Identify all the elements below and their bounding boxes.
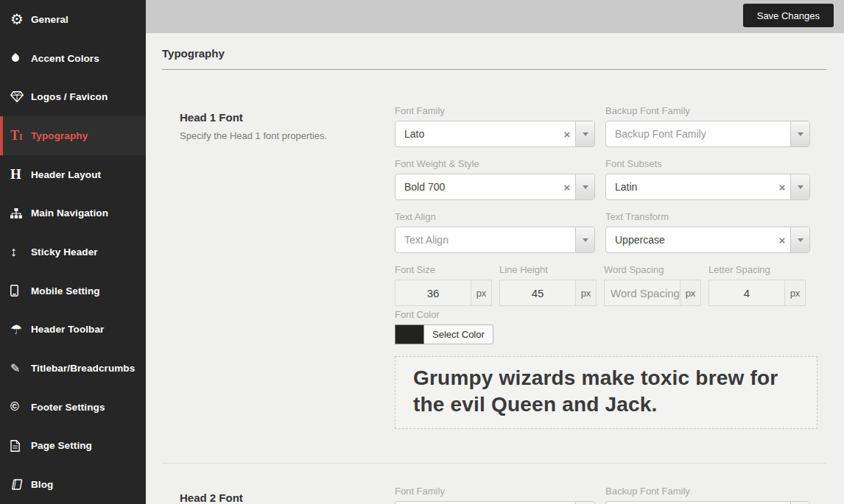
font-size-value: 36 bbox=[395, 280, 471, 305]
gear-icon: ⚙ bbox=[10, 12, 31, 26]
font-preview-text: Grumpy wizards make toxic brew for the e… bbox=[413, 365, 799, 419]
umbrella-icon: ☂ bbox=[10, 322, 31, 338]
sidebar-item-sticky-header[interactable]: ↕ Sticky Header bbox=[0, 233, 146, 271]
line-height-value: 45 bbox=[500, 280, 575, 305]
topbar: Save Changes bbox=[146, 0, 844, 33]
dropdown-arrow-icon[interactable] bbox=[790, 174, 809, 199]
font-weight-style-value: Bold 700 bbox=[395, 174, 559, 199]
dropdown-arrow-icon[interactable] bbox=[790, 121, 809, 146]
head2-section-intro: Head 2 Font Specify the Head 2 font prop… bbox=[162, 486, 395, 504]
backup-font-family-label: Backup Font Family bbox=[605, 105, 810, 116]
font-family-value: Lato bbox=[395, 121, 559, 146]
word-spacing-unit: px bbox=[680, 280, 700, 305]
word-spacing-input[interactable]: Word Spacing px bbox=[604, 280, 701, 306]
font-subsets-select[interactable]: Latin bbox=[605, 174, 810, 200]
text-transform-select[interactable]: Uppercase bbox=[605, 227, 810, 253]
font-family-label: Font Family bbox=[395, 105, 595, 116]
font-size-label: Font Size bbox=[395, 264, 492, 275]
font-color-swatch[interactable] bbox=[395, 324, 424, 344]
font-size-input[interactable]: 36 px bbox=[395, 280, 492, 306]
sidebar-item-logos-favicon[interactable]: Logos / Favicon bbox=[0, 77, 146, 116]
font-weight-style-select[interactable]: Bold 700 bbox=[395, 174, 595, 200]
font-subsets-label: Font Subsets bbox=[605, 158, 810, 169]
head1-section-description: Specify the Head 1 font properties. bbox=[180, 130, 395, 141]
dropdown-arrow-icon[interactable] bbox=[575, 174, 594, 199]
sidebar-item-general[interactable]: ⚙ General bbox=[0, 0, 146, 39]
page-title: Typography bbox=[162, 47, 826, 70]
text-align-placeholder: Text Align bbox=[395, 227, 575, 252]
head2-font-section: Head 2 Font Specify the Head 2 font prop… bbox=[162, 464, 826, 504]
sidebar-item-label: Page Setting bbox=[31, 440, 92, 451]
sidebar-item-accent-colors[interactable]: Accent Colors bbox=[0, 39, 146, 78]
sidebar-item-header-toolbar[interactable]: ☂ Header Toolbar bbox=[0, 310, 146, 349]
font-family-label: Font Family bbox=[395, 486, 595, 497]
sidebar-item-typography[interactable]: TI Typography bbox=[0, 116, 146, 155]
head1-section-title: Head 1 Font bbox=[180, 111, 395, 124]
letter-spacing-value: 4 bbox=[709, 280, 784, 305]
font-subsets-value: Latin bbox=[606, 174, 774, 199]
font-family-select[interactable]: Lato bbox=[395, 121, 595, 147]
book-icon bbox=[10, 479, 31, 490]
sidebar-item-page-setting[interactable]: Page Setting bbox=[0, 427, 146, 466]
head1-section-intro: Head 1 Font Specify the Head 1 font prop… bbox=[162, 105, 395, 429]
content-panel: Typography Head 1 Font Specify the Head … bbox=[146, 33, 844, 504]
font-color-label: Font Color bbox=[395, 309, 817, 320]
page-icon bbox=[10, 440, 31, 452]
head2-backup-font-family-select[interactable]: Backup Font Family bbox=[605, 501, 810, 504]
sidebar-item-label: Footer Settings bbox=[31, 402, 105, 413]
backup-font-family-placeholder: Backup Font Family bbox=[606, 121, 790, 146]
sidebar-item-blog[interactable]: Blog bbox=[0, 465, 146, 504]
line-height-label: Line Height bbox=[499, 264, 597, 275]
gem-icon bbox=[10, 91, 31, 102]
head2-section-fields: Font Family Oswald Backup Font Family Ba… bbox=[395, 486, 817, 504]
clear-icon[interactable] bbox=[559, 174, 575, 199]
sidebar-item-label: Main Navigation bbox=[31, 207, 108, 219]
line-height-input[interactable]: 45 px bbox=[499, 280, 597, 306]
letter-spacing-label: Letter Spacing bbox=[708, 264, 806, 275]
sidebar-item-label: General bbox=[31, 14, 68, 25]
word-spacing-placeholder: Word Spacing bbox=[605, 280, 680, 305]
letter-spacing-unit: px bbox=[784, 280, 805, 305]
text-transform-label: Text Transform bbox=[605, 211, 810, 222]
clear-icon[interactable] bbox=[774, 227, 790, 252]
sitemap-icon bbox=[10, 208, 31, 219]
sidebar-item-header-layout[interactable]: H Header Layout bbox=[0, 155, 146, 194]
backup-font-family-label: Backup Font Family bbox=[605, 486, 810, 497]
font-size-unit: px bbox=[471, 280, 491, 305]
sidebar-item-main-navigation[interactable]: Main Navigation bbox=[0, 194, 146, 233]
sidebar-item-label: Header Layout bbox=[31, 169, 101, 180]
sidebar-item-label: Sticky Header bbox=[31, 246, 98, 258]
font-preview-box: Grumpy wizards make toxic brew for the e… bbox=[395, 356, 817, 429]
dropdown-arrow-icon[interactable] bbox=[575, 227, 594, 252]
letter-spacing-input[interactable]: 4 px bbox=[708, 280, 806, 306]
pencil-icon: ✎ bbox=[10, 361, 31, 375]
save-changes-button[interactable]: Save Changes bbox=[743, 4, 834, 27]
sidebar-item-titlebar-breadcrumbs[interactable]: ✎ Titlebar/Breadcrumbs bbox=[0, 349, 146, 388]
head2-font-family-select[interactable]: Oswald bbox=[395, 501, 595, 504]
sidebar-item-label: Typography bbox=[31, 130, 88, 141]
text-transform-value: Uppercase bbox=[606, 227, 774, 252]
dropdown-arrow-icon[interactable] bbox=[790, 227, 809, 252]
clear-icon[interactable] bbox=[559, 121, 575, 146]
sidebar-item-label: Header Toolbar bbox=[31, 324, 104, 335]
clear-icon[interactable] bbox=[774, 174, 790, 199]
mobile-icon bbox=[10, 285, 31, 297]
text-align-select[interactable]: Text Align bbox=[395, 227, 595, 253]
sidebar: ⚙ General Accent Colors Logos / Favicon … bbox=[0, 0, 146, 504]
copyright-icon: © bbox=[10, 400, 31, 414]
sidebar-item-label: Blog bbox=[31, 479, 53, 490]
font-weight-style-label: Font Weight & Style bbox=[395, 158, 595, 169]
droplet-icon bbox=[10, 54, 31, 62]
sidebar-item-mobile-setting[interactable]: Mobile Setting bbox=[0, 271, 146, 310]
sidebar-item-footer-settings[interactable]: © Footer Settings bbox=[0, 388, 146, 427]
word-spacing-label: Word Spacing bbox=[604, 264, 701, 275]
text-align-label: Text Align bbox=[395, 211, 595, 222]
backup-font-family-select[interactable]: Backup Font Family bbox=[605, 121, 810, 147]
dropdown-arrow-icon[interactable] bbox=[575, 121, 594, 146]
header-h-icon: H bbox=[10, 166, 31, 182]
head1-section-fields: Font Family Lato Backup Font Family Back… bbox=[395, 105, 817, 429]
sidebar-item-label: Mobile Setting bbox=[31, 285, 100, 297]
sidebar-item-label: Logos / Favicon bbox=[31, 91, 108, 102]
line-height-unit: px bbox=[575, 280, 596, 305]
select-color-button[interactable]: Select Color bbox=[424, 324, 493, 344]
